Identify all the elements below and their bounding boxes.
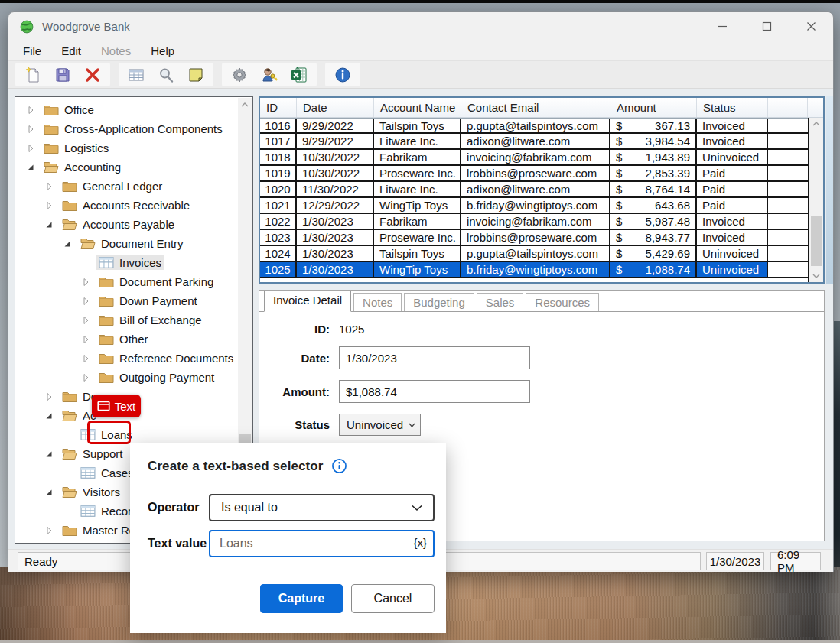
status-dropdown[interactable]: Uninvoiced: [339, 414, 421, 436]
column-header-status[interactable]: Status: [697, 98, 768, 117]
tree-item-label: Accounting: [64, 161, 121, 174]
scroll-up-icon[interactable]: [238, 98, 252, 111]
tree-item-logistics[interactable]: Logistics: [15, 138, 239, 158]
tree-item-label: Bill of Exchange: [119, 313, 202, 326]
expand-arrow-icon[interactable]: [80, 352, 92, 365]
expand-arrow-icon[interactable]: [43, 524, 55, 537]
cancel-button[interactable]: Cancel: [351, 584, 435, 613]
menu-edit[interactable]: Edit: [61, 44, 81, 57]
operator-dropdown[interactable]: Is equal to: [209, 494, 435, 521]
collapse-arrow-icon[interactable]: [43, 219, 55, 231]
tab-notes[interactable]: Notes: [353, 293, 402, 311]
info-button[interactable]: [334, 66, 352, 84]
column-header-blank[interactable]: [768, 98, 808, 117]
column-header-account-name[interactable]: Account Name: [374, 98, 461, 117]
expand-arrow-icon[interactable]: [80, 372, 92, 384]
tab-sales[interactable]: Sales: [477, 293, 524, 311]
column-header-date[interactable]: Date: [297, 98, 374, 117]
expand-arrow-icon[interactable]: [24, 142, 37, 154]
tree-item-invoices[interactable]: Invoices: [15, 253, 239, 272]
collapse-arrow-icon[interactable]: [43, 486, 55, 498]
new-document-button[interactable]: [24, 66, 42, 84]
search-icon: [157, 66, 175, 84]
minimize-button[interactable]: [700, 12, 744, 41]
tree-item-other[interactable]: Other: [15, 330, 239, 349]
table-row[interactable]: 10221/30/2023Fabrikaminvoicing@fabrikam.…: [260, 214, 823, 230]
table-row[interactable]: 102112/29/2022WingTip Toysb.friday@wingt…: [260, 198, 823, 214]
expand-arrow-icon[interactable]: [43, 391, 55, 403]
collapse-arrow-icon[interactable]: [61, 238, 73, 250]
excel-export-button[interactable]: [290, 66, 308, 84]
date-field[interactable]: [339, 346, 530, 369]
table-row[interactable]: 101910/30/2022Proseware Inc.lrobbins@pro…: [260, 166, 823, 182]
id-label: ID:: [259, 323, 330, 336]
settings-button[interactable]: [230, 66, 249, 84]
expand-arrow-icon[interactable]: [80, 314, 92, 326]
expand-arrow-icon[interactable]: [24, 123, 37, 135]
tab-invoice-detail[interactable]: Invoice Detail: [264, 291, 351, 312]
cell-amount: $8,943.77: [610, 230, 697, 245]
grid-scrollbar-thumb[interactable]: [811, 216, 822, 266]
scroll-up-icon[interactable]: [809, 118, 823, 130]
expand-arrow-icon[interactable]: [80, 333, 92, 346]
table-row[interactable]: 101810/30/2022Fabrikaminvoicing@fabrikam…: [260, 150, 823, 166]
scroll-down-icon[interactable]: [809, 270, 823, 282]
user-key-button[interactable]: [260, 66, 278, 84]
text-value-input[interactable]: [209, 530, 435, 557]
tree-item-document-entry[interactable]: Document Entry: [15, 234, 239, 253]
search-button[interactable]: [157, 66, 175, 84]
delete-button[interactable]: [83, 66, 102, 84]
cell-blank: [768, 134, 808, 148]
grid-scrollbar[interactable]: [808, 118, 823, 282]
expand-arrow-icon[interactable]: [80, 295, 92, 307]
tree-item-bill-of-exchange[interactable]: Bill of Exchange: [15, 310, 239, 330]
table-row[interactable]: 102011/30/2022Litware Inc.adixon@litware…: [260, 182, 823, 198]
expand-arrow-icon[interactable]: [80, 276, 92, 288]
toolbar-group: [325, 63, 360, 86]
variable-token-button[interactable]: {x}: [413, 536, 427, 549]
table-row[interactable]: 10241/30/2023Tailspin Toysp.gupta@tailsp…: [260, 246, 823, 262]
folder-icon: [62, 524, 77, 537]
tab-budgeting[interactable]: Budgeting: [404, 293, 474, 311]
table-row[interactable]: 10179/29/2022Litware Inc.adixon@litware.…: [260, 134, 823, 150]
tree-item-accounts-receivable[interactable]: Accounts Receivable: [15, 196, 239, 215]
table-row[interactable]: 10251/30/2023WingTip Toysb.friday@wingti…: [260, 262, 823, 278]
table-row[interactable]: 10231/30/2023Proseware Inc.lrobbins@pros…: [260, 230, 823, 246]
maximize-button[interactable]: [744, 12, 789, 41]
tree-item-general-ledger[interactable]: General Ledger: [15, 177, 239, 196]
save-button[interactable]: [54, 66, 72, 84]
tree-item-office[interactable]: Office: [15, 100, 239, 119]
cell-id: 1025: [260, 262, 297, 277]
tree-item-accounting[interactable]: Accounting: [15, 158, 239, 177]
column-header-contact-email[interactable]: Contact Email: [461, 98, 610, 117]
expand-arrow-icon[interactable]: [43, 200, 55, 212]
folder-icon: [44, 103, 59, 116]
tree-item-accounts-payable[interactable]: Accounts Payable: [15, 215, 239, 234]
menu-help[interactable]: Help: [151, 44, 174, 57]
tree-item-down-payment[interactable]: Down Payment: [15, 291, 239, 310]
close-button[interactable]: [789, 12, 833, 41]
expand-arrow-icon[interactable]: [43, 180, 55, 193]
cell-account: Fabrikam: [374, 214, 461, 229]
expand-arrow-icon[interactable]: [24, 104, 37, 116]
note-button[interactable]: [187, 66, 205, 84]
operator-label: Operator: [142, 501, 209, 515]
data-table-button[interactable]: [127, 66, 145, 84]
tab-resources[interactable]: Resources: [526, 293, 599, 311]
table-row[interactable]: 10169/29/2022Tailspin Toysp.gupta@tailsp…: [260, 118, 823, 134]
collapse-arrow-icon[interactable]: [43, 448, 55, 460]
tree-node: Logistics: [41, 141, 111, 155]
menu-file[interactable]: File: [23, 44, 41, 57]
tree-item-reference-documents[interactable]: Reference Documents: [15, 349, 239, 368]
tree-item-cross-application-components[interactable]: Cross-Application Components: [15, 119, 239, 138]
column-header-amount[interactable]: Amount: [610, 98, 697, 117]
titlebar: Woodgrove Bank: [8, 12, 833, 41]
info-icon[interactable]: [331, 458, 347, 474]
column-header-id[interactable]: ID: [260, 98, 297, 117]
tree-item-outgoing-payment[interactable]: Outgoing Payment: [15, 368, 239, 387]
collapse-arrow-icon[interactable]: [43, 410, 55, 422]
collapse-arrow-icon[interactable]: [24, 161, 37, 174]
capture-button[interactable]: Capture: [260, 584, 343, 613]
amount-field[interactable]: [339, 380, 530, 403]
tree-item-document-parking[interactable]: Document Parking: [15, 272, 239, 291]
